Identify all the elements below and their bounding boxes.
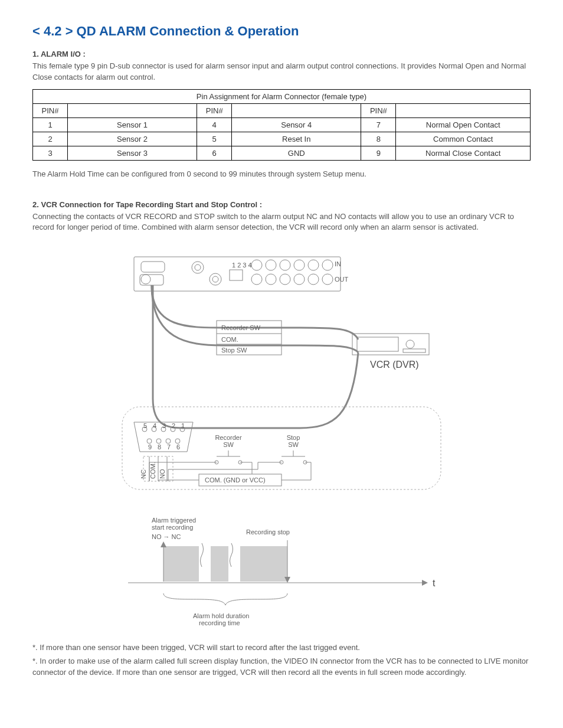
cell: 5 [197,132,232,146]
svg-point-11 [266,260,276,270]
cell: Sensor 4 [232,117,361,132]
svg-point-7 [212,276,218,282]
cell: Sensor 2 [68,132,197,146]
cell: Common Contact [396,132,531,146]
svg-text:OUT: OUT [335,276,349,283]
label-stop-sw: Stop SW [221,347,247,354]
svg-rect-82 [163,546,199,582]
cell: Reset In [232,132,361,146]
svg-rect-83 [211,546,228,582]
table-row: PIN# PIN# PIN# [33,103,531,117]
table-row: 3 Sensor 3 6 GND 9 Normal Close Contact [33,146,531,160]
label-com-pin: COM. [149,462,156,479]
svg-marker-90 [422,580,428,586]
table-row: 1 Sensor 1 4 Sensor 4 7 Normal Open Cont… [33,117,531,132]
svg-text:start recording: start recording [152,524,193,531]
svg-point-44 [156,439,161,443]
connection-diagram: .thin { stroke:#888; stroke-width:1; fil… [32,251,531,631]
svg-rect-27 [352,334,429,355]
svg-text:IN: IN [335,260,341,267]
svg-text:2: 2 [172,422,175,429]
label-com-line: COM. (GND or VCC) [205,476,266,484]
label-no: NO [159,469,166,479]
svg-text:4: 4 [153,422,156,429]
svg-point-17 [266,274,276,285]
cell: Normal Open Contact [396,117,531,132]
svg-text:Alarm hold duration: Alarm hold duration [193,612,249,619]
svg-rect-28 [357,337,398,351]
footnote-1: *. If more than one sensor have been tri… [32,642,531,654]
svg-point-48 [175,439,180,443]
table-header: PIN# [197,103,232,117]
svg-text:SW: SW [223,441,234,448]
section2-para: Connecting the contacts of VCR RECORD an… [32,211,531,234]
svg-point-46 [166,439,171,443]
page-title: < 4.2 > QD ALARM Connection & Operation [32,24,531,39]
svg-text:8: 8 [158,443,161,450]
svg-text:Recorder: Recorder [215,434,242,441]
table-header: PIN# [33,103,68,117]
svg-text:Stop: Stop [287,434,300,441]
label-recstop: Recording stop [246,528,290,536]
svg-point-2 [141,275,150,284]
table-row: Pin Assignment for Alarm Connector (fema… [33,89,531,103]
cell: Sensor 1 [68,117,197,132]
cell: Normal Close Contact [396,146,531,160]
svg-point-42 [147,439,152,443]
label-nc: NC [140,469,147,479]
svg-marker-86 [161,541,166,547]
svg-point-10 [251,260,262,270]
svg-point-20 [308,274,319,285]
table-header [232,103,361,117]
label-t-axis: t [433,578,436,588]
svg-point-15 [322,260,333,270]
svg-text:7: 7 [167,443,171,450]
svg-text:SW: SW [288,441,299,448]
section1-head: 1. ALARM I/O : [32,50,531,58]
footnote-2: *. In order to make use of the alarm cal… [32,656,531,678]
cell: 6 [197,146,232,160]
cell: Sensor 3 [68,146,197,160]
svg-text:recording time: recording time [199,619,240,626]
table-header: PIN# [361,103,396,117]
svg-text:5: 5 [143,422,147,429]
svg-point-14 [308,260,319,270]
cell: 2 [33,132,68,146]
svg-rect-30 [403,349,425,352]
svg-point-4 [192,262,204,273]
table-header [396,103,531,117]
svg-point-6 [210,273,221,285]
cell: 9 [361,146,396,160]
svg-rect-84 [240,546,287,582]
svg-text:3: 3 [162,422,166,429]
label-vcr: VCR (DVR) [370,360,419,370]
hold-note: The Alarm Hold Time can be configured fr… [32,169,531,180]
cell: GND [232,146,361,160]
svg-point-13 [294,260,305,270]
svg-text:1: 1 [181,422,185,429]
section2-head: 2. VCR Connection for Tape Recording Sta… [32,200,531,209]
cell: 7 [361,117,396,132]
svg-rect-1 [141,262,165,272]
svg-text:1 2 3 4: 1 2 3 4 [232,262,252,269]
cell: 3 [33,146,68,160]
svg-text:Alarm triggered: Alarm triggered [152,517,196,524]
svg-point-5 [195,265,201,270]
section1-para: This female type 9 pin D-sub connector i… [32,61,531,83]
table-row: 2 Sensor 2 5 Reset In 8 Common Contact [33,132,531,146]
svg-point-12 [280,260,290,270]
table-caption: Pin Assignment for Alarm Connector (fema… [33,89,531,103]
label-recorder-sw: Recorder SW [221,324,261,331]
cell: 4 [197,117,232,132]
svg-point-16 [251,274,262,285]
svg-rect-8 [230,270,243,280]
pin-assignment-table: Pin Assignment for Alarm Connector (fema… [32,89,531,161]
svg-text:6: 6 [176,443,180,450]
cell: 1 [33,117,68,132]
label-com-top: COM. [221,336,238,343]
svg-point-19 [294,274,305,285]
diagram-svg: .thin { stroke:#888; stroke-width:1; fil… [116,251,447,629]
label-no-nc: NO → NC [152,533,181,540]
svg-point-21 [322,274,333,285]
cell: 8 [361,132,396,146]
